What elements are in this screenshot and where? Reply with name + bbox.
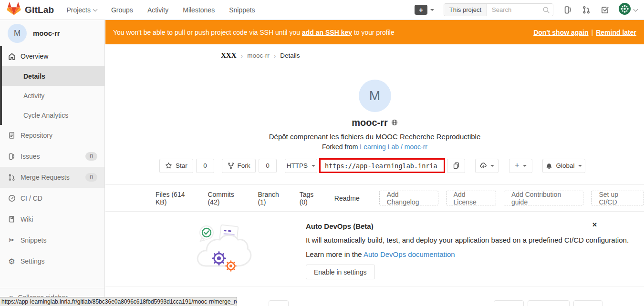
add-license-button[interactable]: Add License xyxy=(446,191,496,205)
project-avatar: M xyxy=(359,80,391,112)
remind-later-link[interactable]: Remind later xyxy=(596,29,636,36)
project-stats-row: Files (614 KB) Commits (42) Branch (1) T… xyxy=(105,184,644,212)
new-menu-button[interactable]: + xyxy=(415,5,427,15)
sidebar-item-cycle-analytics[interactable]: Cycle Analytics xyxy=(2,105,104,125)
project-title: mooc-rr xyxy=(352,117,388,128)
chevron-down-icon xyxy=(578,165,582,167)
star-button[interactable]: Star xyxy=(159,159,193,173)
close-icon[interactable]: ✕ xyxy=(592,221,597,228)
sidebar-item-settings[interactable]: ⚙ Settings xyxy=(0,251,104,272)
sidebar-project-header[interactable]: M mooc-rr xyxy=(0,20,104,46)
nav-activity[interactable]: Activity xyxy=(147,6,168,14)
chevron-down-icon xyxy=(523,165,527,167)
sidebar-project-name: mooc-rr xyxy=(33,29,60,37)
partial-button[interactable] xyxy=(269,300,289,306)
sidebar-section-overview: Overview Details Activity Cycle Analytic… xyxy=(0,46,104,125)
sidebar-item-overview[interactable]: Overview xyxy=(2,46,104,66)
tags-link[interactable]: Tags (0) xyxy=(300,191,322,206)
copy-url-button[interactable] xyxy=(447,159,465,173)
ssh-warning-text: You won't be able to pull or push projec… xyxy=(113,29,533,36)
star-count[interactable]: 0 xyxy=(196,159,214,173)
auto-devops-body: It will automatically build, test, and d… xyxy=(306,236,629,244)
sidebar-item-snippets[interactable]: ✂ Snippets xyxy=(0,230,104,251)
readme-link[interactable]: Readme xyxy=(334,194,360,202)
sidebar-item-wiki[interactable]: Wiki xyxy=(0,209,104,230)
search-field-wrap xyxy=(487,4,553,16)
issues-count-badge: 0 xyxy=(85,152,97,161)
nav-projects[interactable]: Projects xyxy=(66,6,97,14)
merge-request-icon xyxy=(8,173,16,181)
commits-link[interactable]: Commits (42) xyxy=(208,191,246,206)
enable-in-settings-button[interactable]: Enable in settings xyxy=(306,265,375,279)
sidebar-project-avatar: M xyxy=(8,24,27,43)
project-sidebar: M mooc-rr Overview Details Activity Cycl… xyxy=(0,20,105,306)
browser-status-bar: https://app-learninglab.inria.fr/gitlab/… xyxy=(0,297,237,306)
nav-snippets[interactable]: Snippets xyxy=(229,6,255,14)
issues-icon xyxy=(8,153,16,160)
breadcrumb-user[interactable]: XXX xyxy=(221,51,237,60)
fork-button[interactable]: Fork xyxy=(222,159,256,173)
main-content: You won't be able to pull or push projec… xyxy=(105,20,644,306)
add-changelog-button[interactable]: Add Changelog xyxy=(379,191,438,205)
new-menu-caret-icon[interactable] xyxy=(430,9,434,11)
brand-name: GitLab xyxy=(25,5,54,15)
devops-illustration xyxy=(195,218,252,286)
user-avatar xyxy=(618,2,631,17)
sidebar-item-repository[interactable]: Repository xyxy=(0,125,104,146)
project-actions-row: Star 0 Fork 0 HTTPS xyxy=(105,158,644,173)
nav-milestones[interactable]: Milestones xyxy=(183,6,215,14)
sidebar-item-ci-cd[interactable]: CI / CD xyxy=(0,188,104,209)
gauge-icon xyxy=(8,194,16,202)
search-scope-label: This project xyxy=(444,4,487,16)
auto-devops-title: Auto DevOps (Beta) xyxy=(306,222,629,230)
breadcrumb-separator: › xyxy=(241,52,243,60)
breadcrumb-separator: › xyxy=(274,52,276,60)
merge-requests-dashboard-icon[interactable] xyxy=(582,6,591,14)
auto-devops-callout: Auto DevOps (Beta) It will automatically… xyxy=(105,212,644,286)
chevron-down-icon xyxy=(490,165,494,167)
chevron-down-icon xyxy=(93,7,98,11)
fork-source-link[interactable]: Learning Lab / mooc-rr xyxy=(360,143,427,151)
notification-dropdown[interactable]: Global xyxy=(542,159,585,173)
files-link[interactable]: Files (614 KB) xyxy=(156,191,196,206)
public-globe-icon xyxy=(391,117,398,128)
todos-icon[interactable] xyxy=(601,6,609,14)
add-contribution-guide-button[interactable]: Add Contribution guide xyxy=(504,191,584,205)
fork-count[interactable]: 0 xyxy=(259,159,277,173)
sidebar-item-activity[interactable]: Activity xyxy=(2,86,104,105)
partial-button[interactable] xyxy=(494,300,524,306)
user-menu[interactable] xyxy=(618,2,637,17)
download-dropdown[interactable] xyxy=(475,159,499,173)
branch-link[interactable]: Branch (1) xyxy=(258,191,287,206)
top-navigation-bar: GitLab Projects Groups Activity Mileston… xyxy=(0,0,644,20)
clone-url-input[interactable] xyxy=(321,160,444,172)
home-icon xyxy=(8,52,16,60)
merge-requests-count-badge: 0 xyxy=(85,173,97,182)
partial-button[interactable] xyxy=(573,300,602,306)
sidebar-item-details[interactable]: Details xyxy=(2,66,104,86)
project-header: M mooc-rr Dépôt comprenant les fichiers … xyxy=(105,65,644,151)
partial-button[interactable] xyxy=(528,300,570,306)
add-ssh-key-link[interactable]: add an SSH key xyxy=(302,29,352,36)
gitlab-logo[interactable]: GitLab xyxy=(7,2,54,18)
search-icon xyxy=(542,6,550,16)
create-new-dropdown[interactable]: + xyxy=(509,159,532,173)
chevron-down-icon xyxy=(312,165,315,167)
user-menu-caret-icon xyxy=(634,7,638,11)
book-icon xyxy=(8,215,16,223)
gear-icon: ⚙ xyxy=(8,257,16,265)
scissors-icon: ✂ xyxy=(8,236,16,244)
sidebar-item-merge-requests[interactable]: Merge Requests 0 xyxy=(0,167,104,188)
sidebar-item-issues[interactable]: Issues 0 xyxy=(0,146,104,167)
clone-protocol-dropdown[interactable]: HTTPS xyxy=(285,159,317,173)
breadcrumb-project[interactable]: mooc-rr xyxy=(247,52,270,59)
breadcrumb-current: Details xyxy=(280,52,300,59)
setup-ci-cd-button[interactable]: Set up CI/CD xyxy=(591,191,644,205)
nav-groups[interactable]: Groups xyxy=(111,6,133,14)
auto-devops-doc-link[interactable]: Auto DevOps documentation xyxy=(364,250,455,258)
gitlab-project-page: GitLab Projects Groups Activity Mileston… xyxy=(0,0,644,306)
issues-dashboard-icon[interactable] xyxy=(563,6,572,14)
dont-show-again-link[interactable]: Don't show again xyxy=(533,29,588,36)
gitlab-tanuki-icon xyxy=(7,2,21,18)
document-icon xyxy=(8,132,16,139)
